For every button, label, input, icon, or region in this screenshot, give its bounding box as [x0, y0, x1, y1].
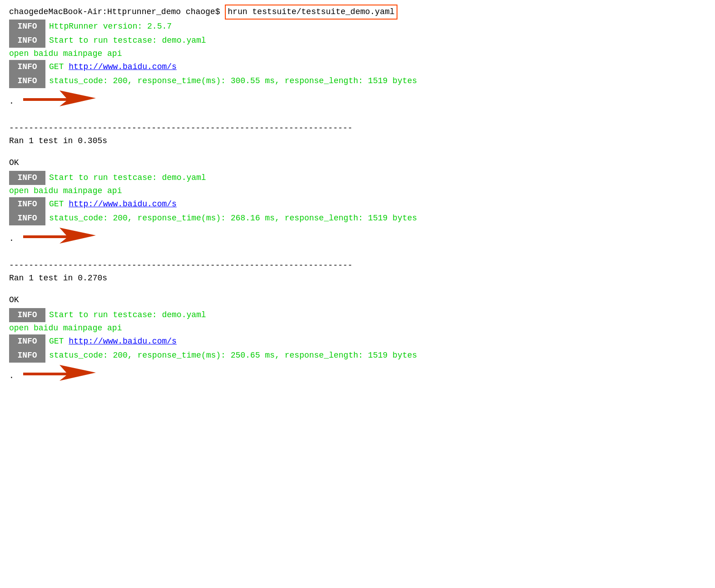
info-badge-9: INFO	[9, 334, 45, 349]
link-1[interactable]: http://www.baidu.com/s	[69, 61, 177, 73]
dot-2: .	[9, 230, 14, 247]
info-status-line-1: INFOstatus_code: 200, response_time(ms):…	[9, 74, 706, 88]
start-text-1: Start to run testcase: demo.yaml	[49, 35, 206, 47]
arrow-2	[23, 225, 96, 252]
command-box: hrun testsuite/testsuite_demo.yaml	[225, 5, 397, 20]
version-text: HttpRunner version: 2.5.7	[49, 20, 172, 33]
api-label-text-2: open baidu mainpage api	[9, 185, 122, 197]
prompt-line: chaogedeMacBook-Air:Httprunner_demo chao…	[9, 5, 706, 20]
info-badge-5: INFO	[9, 171, 45, 185]
svg-marker-2	[23, 365, 96, 381]
info-start-line-3: INFOStart to run testcase: demo.yaml	[9, 308, 706, 322]
ran-line-2: Ran 1 test in 0.270s	[9, 274, 706, 283]
status-text-2: status_code: 200, response_time(ms): 268…	[49, 212, 417, 224]
start-text-3: Start to run testcase: demo.yaml	[49, 309, 206, 321]
dot-line-1: .	[9, 88, 706, 115]
info-version-line: INFOHttpRunner version: 2.5.7	[9, 20, 706, 34]
block-3: INFOStart to run testcase: demo.yaml ope…	[9, 308, 706, 389]
arrow-3	[23, 363, 96, 389]
api-label-1: open baidu mainpage api	[9, 48, 706, 60]
info-badge-3: INFO	[9, 60, 45, 74]
ok-line-2: OK	[9, 295, 706, 304]
info-badge-10: INFO	[9, 349, 45, 363]
api-label-2: open baidu mainpage api	[9, 185, 706, 197]
get-text-2: GET	[49, 198, 69, 210]
info-badge-1: INFO	[9, 20, 45, 34]
info-get-line-2: INFOGET http://www.baidu.com/s	[9, 197, 706, 211]
api-label-text-1: open baidu mainpage api	[9, 48, 122, 60]
info-badge-6: INFO	[9, 197, 45, 211]
start-text-2: Start to run testcase: demo.yaml	[49, 172, 206, 184]
dot-1: .	[9, 93, 14, 110]
get-text-1: GET	[49, 61, 69, 73]
dot-line-2: .	[9, 225, 706, 252]
info-start-line-2: INFOStart to run testcase: demo.yaml	[9, 171, 706, 185]
status-text-3: status_code: 200, response_time(ms): 250…	[49, 349, 417, 362]
info-badge-2: INFO	[9, 34, 45, 48]
ran-line-1: Ran 1 test in 0.305s	[9, 136, 706, 145]
prompt-text: chaogedeMacBook-Air:Httprunner_demo chao…	[9, 6, 225, 18]
info-get-line-1: INFOGET http://www.baidu.com/s	[9, 60, 706, 74]
block-1: INFOHttpRunner version: 2.5.7 INFOStart …	[9, 20, 706, 167]
status-text-1: status_code: 200, response_time(ms): 300…	[49, 75, 417, 87]
info-get-line-3: INFOGET http://www.baidu.com/s	[9, 334, 706, 349]
separator-2: ----------------------------------------…	[9, 261, 706, 270]
svg-marker-1	[23, 228, 96, 244]
info-start-line-1: INFOStart to run testcase: demo.yaml	[9, 34, 706, 48]
info-status-line-2: INFOstatus_code: 200, response_time(ms):…	[9, 211, 706, 225]
link-2[interactable]: http://www.baidu.com/s	[69, 198, 177, 210]
link-3[interactable]: http://www.baidu.com/s	[69, 335, 177, 348]
api-label-text-3: open baidu mainpage api	[9, 322, 122, 334]
info-status-line-3: INFOstatus_code: 200, response_time(ms):…	[9, 349, 706, 363]
svg-marker-0	[23, 90, 96, 106]
api-label-3: open baidu mainpage api	[9, 322, 706, 334]
dot-line-3: .	[9, 363, 706, 389]
ok-line-1: OK	[9, 158, 706, 167]
info-badge-4: INFO	[9, 74, 45, 88]
get-text-3: GET	[49, 335, 69, 348]
arrow-1	[23, 88, 96, 115]
block-2: INFOStart to run testcase: demo.yaml ope…	[9, 171, 706, 304]
info-badge-7: INFO	[9, 211, 45, 225]
separator-1: ----------------------------------------…	[9, 124, 706, 133]
info-badge-8: INFO	[9, 308, 45, 322]
dot-3: .	[9, 368, 14, 384]
